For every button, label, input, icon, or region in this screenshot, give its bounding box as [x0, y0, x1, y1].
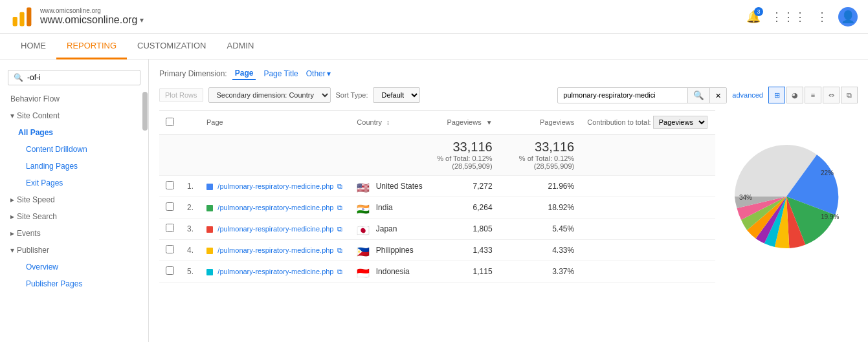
sidebar-item-behavior-flow[interactable]: Behavior Flow — [0, 91, 148, 107]
pageviews2-header[interactable]: Pageviews — [512, 111, 581, 134]
view-buttons: ⊞ ◕ ≡ ⇔ ⧉ — [768, 87, 858, 103]
nav-reporting[interactable]: REPORTING — [56, 34, 127, 59]
row1-page-icon[interactable]: ⧉ — [337, 182, 342, 190]
sidebar: 🔍 Behavior Flow ▾ Site Content All Pages… — [0, 59, 149, 342]
view-btn-pie[interactable]: ◕ — [786, 87, 803, 103]
sidebar-item-exit-pages[interactable]: Exit Pages — [0, 175, 148, 191]
row2-country-name: India — [376, 203, 393, 212]
row2-page-link[interactable]: /pulmonary-respiratory-medicine.php — [217, 204, 333, 211]
sidebar-item-events[interactable]: ▸ Events — [0, 225, 148, 242]
row5-num: 5. — [181, 261, 200, 283]
row4-page-icon[interactable]: ⧉ — [337, 246, 342, 254]
sidebar-item-publisher-pages[interactable]: Publisher Pages — [0, 275, 148, 292]
row3-page: /pulmonary-respiratory-medicine.php ⧉ — [200, 219, 350, 240]
row5-page-link[interactable]: /pulmonary-respiratory-medicine.php — [217, 268, 333, 275]
row4-pageviews: 1,433 — [430, 240, 499, 261]
row2-checkbox[interactable] — [159, 197, 181, 219]
sidebar-item-site-search[interactable]: ▸ Site Search — [0, 208, 148, 225]
total-pct1: % of Total: 0.12% — [436, 155, 493, 162]
dim-btn-page[interactable]: Page — [232, 67, 256, 80]
row5-checkbox[interactable] — [159, 261, 181, 283]
pie-label-us: 22% — [821, 169, 834, 176]
row2-checkbox-input[interactable] — [166, 202, 174, 211]
row4-country-name: Philippines — [376, 246, 414, 255]
row3-page-icon[interactable]: ⧉ — [337, 225, 342, 233]
pie-label-other: 34% — [739, 194, 752, 201]
view-btn-list[interactable]: ≡ — [805, 87, 821, 103]
dim-btn-page-title[interactable]: Page Title — [261, 68, 300, 80]
row1-flag-icon: 🇺🇸 — [357, 182, 370, 191]
top-bar-right: 🔔 3 ⋮⋮⋮ ⋮ 👤 — [746, 7, 858, 27]
row1-checkbox-input[interactable] — [166, 181, 174, 189]
row5-checkbox-input[interactable] — [166, 266, 174, 275]
sidebar-item-publisher[interactable]: ▾ Publisher — [0, 242, 148, 259]
nav-admin[interactable]: ADMIN — [216, 34, 264, 59]
search-filter-input[interactable] — [558, 89, 687, 102]
more-options-button[interactable]: ⋮ — [816, 10, 828, 24]
row2-pageviews2: 18.92% — [512, 197, 581, 219]
secondary-dimension-select[interactable]: Secondary dimension: Country — [208, 87, 331, 103]
sidebar-label: Publisher — [17, 246, 49, 255]
apps-button[interactable]: ⋮⋮⋮ — [771, 10, 806, 24]
row1-page-link[interactable]: /pulmonary-respiratory-medicine.php — [217, 182, 333, 190]
row4-page: /pulmonary-respiratory-medicine.php ⧉ — [200, 240, 350, 261]
row1-page: /pulmonary-respiratory-medicine.php ⧉ — [200, 176, 350, 197]
dim-btn-other[interactable]: Other ▾ — [306, 69, 331, 78]
user-avatar[interactable]: 👤 — [838, 7, 858, 27]
search-box[interactable]: 🔍 — [8, 70, 140, 85]
notification-badge: 3 — [754, 7, 763, 16]
advanced-button[interactable]: advanced — [732, 91, 763, 99]
row2-pageviews: 6,264 — [430, 197, 499, 219]
primary-dim-label: Primary Dimension: — [159, 69, 227, 78]
row4-checkbox-input[interactable] — [166, 245, 174, 253]
row4-checkbox[interactable] — [159, 240, 181, 261]
sidebar-scrollbar[interactable] — [142, 92, 148, 131]
row1-color-dot — [206, 184, 213, 190]
search-filter-submit-button[interactable]: 🔍 — [687, 88, 709, 103]
pie-chart-area: 22% 19.9% 34% — [715, 110, 858, 283]
sort-type-select[interactable]: Default — [373, 87, 420, 103]
page-header[interactable]: Page — [200, 111, 350, 134]
search-input[interactable] — [27, 73, 118, 82]
sidebar-item-overview[interactable]: Overview — [0, 259, 148, 275]
sidebar-label: Site Content — [17, 111, 60, 120]
nav-home[interactable]: HOME — [10, 34, 56, 59]
site-dropdown-arrow-icon[interactable]: ▾ — [140, 16, 144, 25]
row2-flag-icon: 🇮🇳 — [357, 203, 370, 212]
view-btn-pivot[interactable]: ⧉ — [841, 87, 858, 103]
clear-search-button[interactable]: ✕ — [709, 88, 726, 103]
notification-button[interactable]: 🔔 3 — [746, 10, 761, 24]
total-contrib-cell — [581, 134, 715, 176]
sidebar-item-landing-pages[interactable]: Landing Pages — [0, 158, 148, 175]
sidebar-item-site-content[interactable]: ▾ Site Content — [0, 107, 148, 124]
table-row: 4. /pulmonary-respiratory-medicine.php ⧉… — [159, 240, 715, 261]
row2-page-icon[interactable]: ⧉ — [337, 204, 342, 211]
sidebar-item-all-pages[interactable]: All Pages — [0, 124, 148, 141]
sidebar-label: Site Search — [17, 212, 57, 221]
view-btn-grid[interactable]: ⊞ — [768, 87, 785, 103]
chevron-down-icon: ▾ — [10, 246, 14, 255]
row5-page-icon[interactable]: ⧉ — [337, 268, 342, 275]
row4-page-link[interactable]: /pulmonary-respiratory-medicine.php — [217, 246, 333, 254]
select-all-checkbox[interactable] — [166, 118, 174, 126]
row3-checkbox[interactable] — [159, 219, 181, 240]
table-row: 3. /pulmonary-respiratory-medicine.php ⧉… — [159, 219, 715, 240]
pageviews-header[interactable]: Pageviews ▼ — [430, 111, 499, 134]
svg-rect-0 — [13, 17, 17, 26]
nav-customization[interactable]: CUSTOMIZATION — [127, 34, 216, 59]
row3-checkbox-input[interactable] — [166, 224, 174, 232]
contribution-select[interactable]: Pageviews — [653, 116, 707, 129]
country-header[interactable]: Country ↕ — [350, 111, 430, 134]
pivot-icon: ⧉ — [847, 91, 852, 100]
sidebar-item-content-drilldown[interactable]: Content Drilldown — [0, 141, 148, 158]
row4-pageviews2: 4.33% — [512, 240, 581, 261]
checkbox-header — [159, 111, 181, 134]
row3-page-link[interactable]: /pulmonary-respiratory-medicine.php — [217, 225, 333, 233]
row1-checkbox[interactable] — [159, 176, 181, 197]
pie-chart: 22% 19.9% 34% — [725, 135, 848, 258]
plot-rows-button[interactable]: Plot Rows — [159, 88, 203, 102]
sidebar-item-site-speed[interactable]: ▸ Site Speed — [0, 191, 148, 208]
row5-pageviews2: 3.37% — [512, 261, 581, 283]
table-chart-container: Page Country ↕ Pageviews ▼ — [159, 110, 858, 283]
view-btn-compare[interactable]: ⇔ — [823, 87, 840, 103]
